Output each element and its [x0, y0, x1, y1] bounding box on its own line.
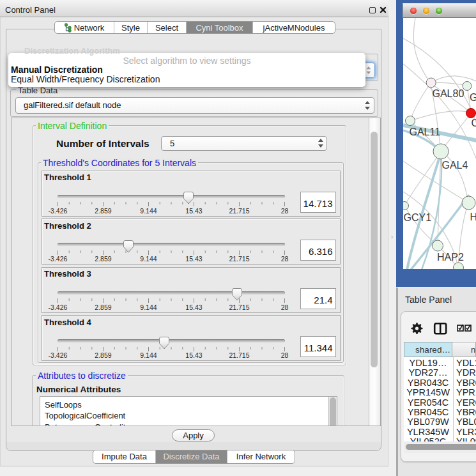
svg-text:GAL11: GAL11	[410, 127, 441, 137]
svg-text:GAL80: GAL80	[433, 88, 464, 99]
svg-text:GCY1: GCY1	[404, 212, 432, 223]
svg-text:GA: GA	[470, 92, 476, 103]
svg-text:HAP2: HAP2	[437, 252, 464, 263]
svg-text:GAL4: GAL4	[442, 160, 468, 171]
svg-text:HI: HI	[470, 211, 476, 222]
svg-text:CD: CD	[472, 118, 476, 128]
